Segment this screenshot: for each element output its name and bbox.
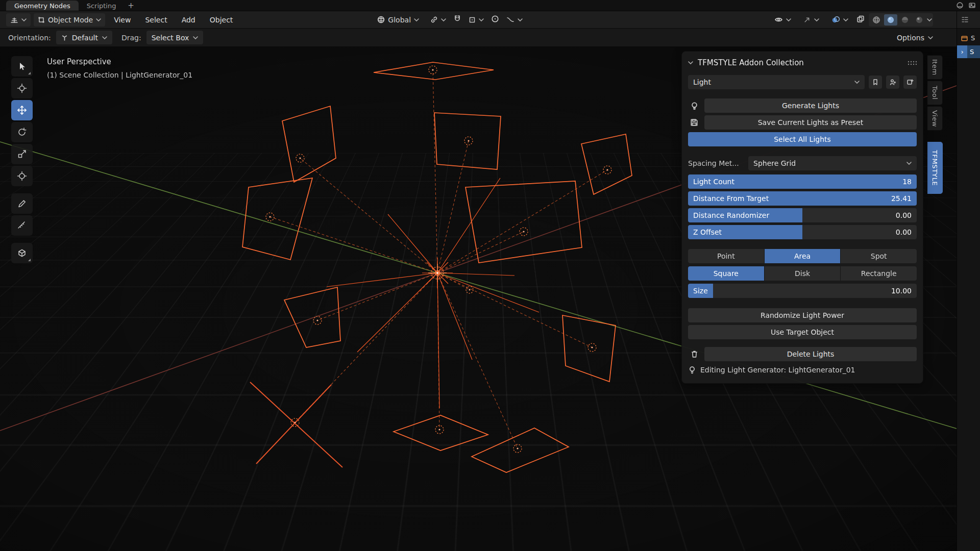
light-type-area[interactable]: Area bbox=[765, 249, 841, 263]
xray-icon bbox=[856, 15, 865, 23]
delete-lights-button[interactable]: Delete Lights bbox=[704, 347, 917, 361]
z-offset-slider[interactable]: Z Offset 0.00 bbox=[688, 225, 917, 239]
tab-label: View bbox=[931, 110, 939, 127]
sidebar-tab-tfmstyle[interactable]: TFMSTYLE bbox=[927, 142, 943, 194]
snap-magnet-toggle[interactable] bbox=[453, 15, 461, 24]
outliner-header[interactable] bbox=[957, 11, 980, 29]
sidebar-tab-item[interactable]: Item bbox=[927, 55, 943, 80]
gizmo-arrow-icon bbox=[803, 16, 811, 23]
light-type-spot[interactable]: Spot bbox=[841, 249, 917, 263]
workspace-tab-scripting[interactable]: Scripting bbox=[79, 1, 125, 11]
viewport-3d[interactable]: User Perspective (1) Scene Collection | … bbox=[0, 47, 957, 551]
light-count-slider[interactable]: Light Count 18 bbox=[688, 174, 917, 189]
randomize-light-power-button[interactable]: Randomize Light Power bbox=[688, 308, 917, 322]
tool-scale[interactable] bbox=[11, 144, 33, 164]
drag-label: Drag: bbox=[121, 34, 141, 42]
disclosure-triangle[interactable]: › bbox=[957, 45, 967, 58]
edge-on-light-lines[interactable] bbox=[250, 382, 342, 467]
shape-disk[interactable]: Disk bbox=[765, 266, 841, 281]
menu-select[interactable]: Select bbox=[139, 16, 173, 24]
add-workspace-button[interactable]: + bbox=[124, 0, 137, 11]
preset-new-button[interactable] bbox=[903, 76, 917, 89]
outliner-collection-row[interactable]: S bbox=[957, 32, 980, 44]
tab-label: Tool bbox=[931, 86, 939, 99]
shading-solid-button[interactable] bbox=[884, 14, 897, 26]
slider-label: Distance From Target bbox=[693, 194, 769, 203]
shading-rendered-button[interactable] bbox=[913, 14, 926, 26]
visibility-dropdown[interactable] bbox=[770, 13, 795, 27]
falloff-dropdown[interactable] bbox=[502, 13, 527, 27]
xray-toggle[interactable] bbox=[856, 15, 865, 24]
transform-orientation-dropdown[interactable]: Global bbox=[373, 13, 423, 27]
overlays-toggle[interactable] bbox=[827, 13, 852, 27]
editor-type-button[interactable] bbox=[6, 13, 31, 27]
options-dropdown[interactable]: Options bbox=[897, 34, 933, 42]
menu-add[interactable]: Add bbox=[176, 16, 201, 24]
light-type-segmented: Point Area Spot bbox=[688, 249, 917, 263]
chevron-down-icon bbox=[854, 81, 860, 84]
subtool-corner bbox=[28, 72, 31, 74]
use-target-object-button[interactable]: Use Target Object bbox=[688, 325, 917, 339]
panel-header[interactable]: TFMSTYLE Addon Collection bbox=[688, 55, 917, 71]
size-slider[interactable]: Size 10.00 bbox=[688, 284, 917, 298]
falloff-curve-icon bbox=[506, 16, 514, 23]
spacing-method-dropdown[interactable]: Sphere Grid bbox=[748, 156, 917, 170]
drag-dropdown[interactable]: Select Box bbox=[146, 31, 204, 44]
sidebar-tab-view[interactable]: View bbox=[927, 106, 943, 131]
mode-label: Object Mode bbox=[48, 16, 93, 24]
save-current-lights-button[interactable]: Save Current Lights as Preset bbox=[704, 115, 917, 130]
select-all-lights-button[interactable]: Select All Lights bbox=[688, 132, 917, 146]
tool-measure[interactable] bbox=[11, 215, 33, 236]
light-origin-gizmos[interactable] bbox=[266, 66, 611, 453]
shading-material-button[interactable] bbox=[898, 14, 912, 26]
floppy-icon bbox=[690, 118, 698, 127]
shading-wireframe-button[interactable] bbox=[870, 14, 883, 26]
drag-handle-icon[interactable] bbox=[908, 60, 917, 65]
rendered-sphere-icon bbox=[915, 16, 923, 24]
tool-group-gap bbox=[11, 188, 33, 192]
drag-value: Select Box bbox=[152, 34, 189, 42]
shape-rectangle[interactable]: Rectangle bbox=[841, 266, 917, 281]
spacing-method-value: Sphere Grid bbox=[753, 159, 796, 167]
sidebar-tab-tool[interactable]: Tool bbox=[927, 81, 943, 105]
distance-from-target-slider[interactable]: Distance From Target 25.41 bbox=[688, 191, 917, 206]
tool-annotate[interactable] bbox=[11, 193, 33, 214]
slider-value: 25.41 bbox=[891, 194, 912, 203]
light-type-point[interactable]: Point bbox=[688, 249, 764, 263]
snap-target-dropdown[interactable] bbox=[464, 13, 488, 27]
preset-user-button[interactable] bbox=[886, 76, 899, 89]
tool-rotate[interactable] bbox=[11, 122, 33, 142]
chain-icon bbox=[430, 16, 438, 23]
tool-select-box[interactable] bbox=[11, 56, 33, 77]
preset-pin-button[interactable] bbox=[869, 76, 882, 89]
workspace-tab-geometry-nodes[interactable]: Geometry Nodes bbox=[6, 1, 79, 11]
globe-icon bbox=[377, 16, 385, 23]
render-icon[interactable] bbox=[968, 2, 976, 9]
light-preset-dropdown[interactable]: Light bbox=[688, 75, 865, 89]
snap-pivot-button[interactable] bbox=[426, 13, 450, 27]
distance-randomizer-slider[interactable]: Distance Randomizer 0.00 bbox=[688, 208, 917, 222]
menu-object[interactable]: Object bbox=[204, 16, 239, 24]
shape-square[interactable]: Square bbox=[688, 266, 764, 281]
tool-move[interactable] bbox=[11, 100, 33, 120]
generate-lights-button[interactable]: Generate Lights bbox=[704, 98, 917, 113]
chevron-down-icon bbox=[928, 36, 933, 39]
panel-collapse-chevron-icon[interactable] bbox=[688, 61, 693, 64]
gizmos-dropdown[interactable] bbox=[799, 13, 823, 27]
add-cube-icon bbox=[17, 248, 27, 258]
proportional-editing-toggle[interactable] bbox=[491, 15, 499, 24]
chevron-down-icon bbox=[518, 18, 523, 21]
tool-add-primitive[interactable] bbox=[11, 243, 33, 263]
slider-label: Size bbox=[693, 287, 708, 295]
outliner-selected-row[interactable]: › S bbox=[957, 45, 980, 58]
rotate-icon bbox=[17, 127, 27, 137]
mode-dropdown[interactable]: Object Mode bbox=[34, 13, 105, 27]
scene-icon[interactable] bbox=[956, 2, 964, 9]
box-plus-icon bbox=[906, 79, 914, 86]
tool-cursor[interactable] bbox=[11, 78, 33, 98]
active-object-breadcrumb: (1) Scene Collection | LightGenerator_01 bbox=[47, 68, 192, 82]
orientation-dropdown[interactable]: Default bbox=[56, 31, 112, 44]
chevron-down-icon[interactable] bbox=[927, 18, 932, 21]
tool-transform[interactable] bbox=[11, 166, 33, 186]
menu-view[interactable]: View bbox=[108, 16, 136, 24]
